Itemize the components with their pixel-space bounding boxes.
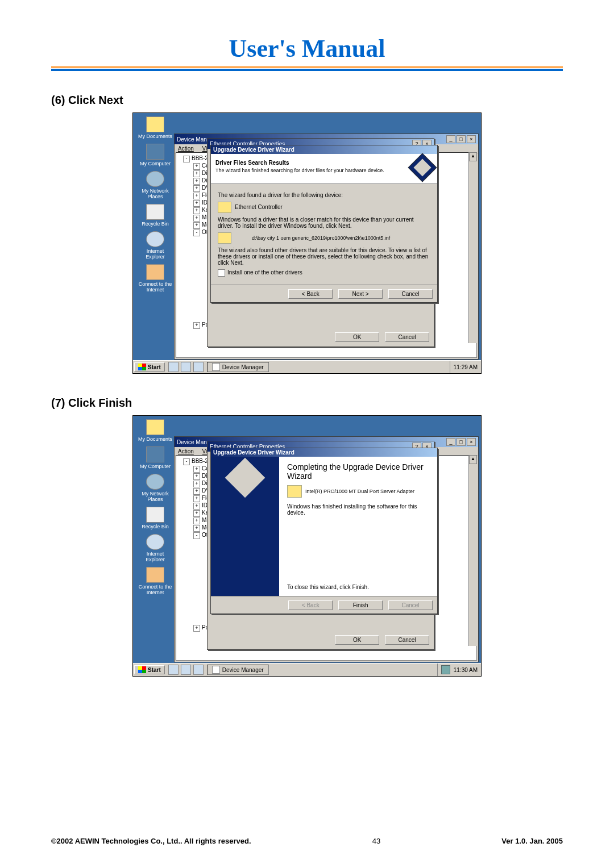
my-documents-icon <box>146 116 164 132</box>
minimize-icon: _ <box>446 135 455 143</box>
driver-wizard-dialog: Upgrade Device Driver Wizard Driver File… <box>210 145 438 303</box>
driver-wizard-finish-dialog: Upgrade Device Driver Wizard Completing … <box>210 448 438 614</box>
back-button[interactable]: < Back <box>288 289 333 299</box>
ie-icon <box>146 231 164 247</box>
my-network-icon <box>146 171 164 187</box>
adapter-icon <box>287 485 302 498</box>
wizard-icon <box>408 153 437 182</box>
finish-button[interactable]: Finish <box>338 600 383 610</box>
screenshot-step7: My Documents My Computer My Network Plac… <box>132 415 482 677</box>
cancel-button: Cancel <box>388 600 433 610</box>
taskbar-devmgr[interactable]: Device Manager <box>207 665 269 675</box>
ok-button[interactable]: OK <box>335 332 379 342</box>
desktop-icons: My Documents My Computer My Network Plac… <box>136 419 174 600</box>
wizard-heading: Driver Files Search Results <box>215 160 289 166</box>
menu-action[interactable]: Action <box>178 145 194 152</box>
windows-flag-icon <box>138 364 146 370</box>
cancel-button[interactable]: Cancel <box>385 635 429 645</box>
taskbar: Start Device Manager 11:30 AM <box>133 663 481 676</box>
cancel-button[interactable]: Cancel <box>388 289 433 299</box>
back-button: < Back <box>288 600 333 610</box>
version: Ver 1.0. Jan. 2005 <box>501 837 563 845</box>
close-icon: × <box>467 135 476 143</box>
page-header: User's Manual <box>51 34 563 71</box>
wizard-big-icon <box>225 458 265 498</box>
inf-icon <box>218 232 231 244</box>
tray-icon <box>441 665 450 674</box>
start-button[interactable]: Start <box>134 665 165 674</box>
cancel-button[interactable]: Cancel <box>385 332 429 342</box>
device-icon <box>218 202 231 213</box>
clock: 11:29 AM <box>454 364 478 370</box>
screenshot-step6: My Documents My Computer My Network Plac… <box>132 112 482 374</box>
page-number: 43 <box>372 837 380 845</box>
step-7-title: (7) Click Finish <box>51 397 563 410</box>
copyright: ©2002 AEWIN Technologies Co., Ltd.. All … <box>51 837 251 845</box>
taskbar: Start Device Manager 11:29 AM <box>133 360 481 373</box>
my-computer-icon <box>146 144 164 160</box>
start-button[interactable]: Start <box>134 362 165 372</box>
wizard-complete-heading: Completing the Upgrade Device Driver Wiz… <box>287 462 429 481</box>
wizard-title: Upgrade Device Driver Wizard <box>211 145 437 154</box>
manual-title: User's Manual <box>51 34 563 63</box>
wizard-subheading: The wizard has finished searching for dr… <box>215 168 433 173</box>
install-other-checkbox[interactable] <box>218 269 225 277</box>
clock: 11:30 AM <box>454 667 478 673</box>
maximize-icon: □ <box>457 135 466 143</box>
next-button[interactable]: Next > <box>338 289 383 299</box>
connect-icon <box>146 264 164 280</box>
step-6-title: (6) Click Next <box>51 94 563 107</box>
taskbar-devmgr[interactable]: Device Manager <box>207 362 269 372</box>
ok-button[interactable]: OK <box>335 635 379 645</box>
system-tray: 11:29 AM <box>450 361 481 373</box>
quick-launch[interactable] <box>168 362 204 372</box>
page-footer: ©2002 AEWIN Technologies Co., Ltd.. All … <box>51 837 563 845</box>
recycle-bin-icon <box>146 204 164 220</box>
window-controls[interactable]: _□× <box>446 135 476 143</box>
desktop-icons: My Documents My Computer My Network Plac… <box>136 116 174 297</box>
